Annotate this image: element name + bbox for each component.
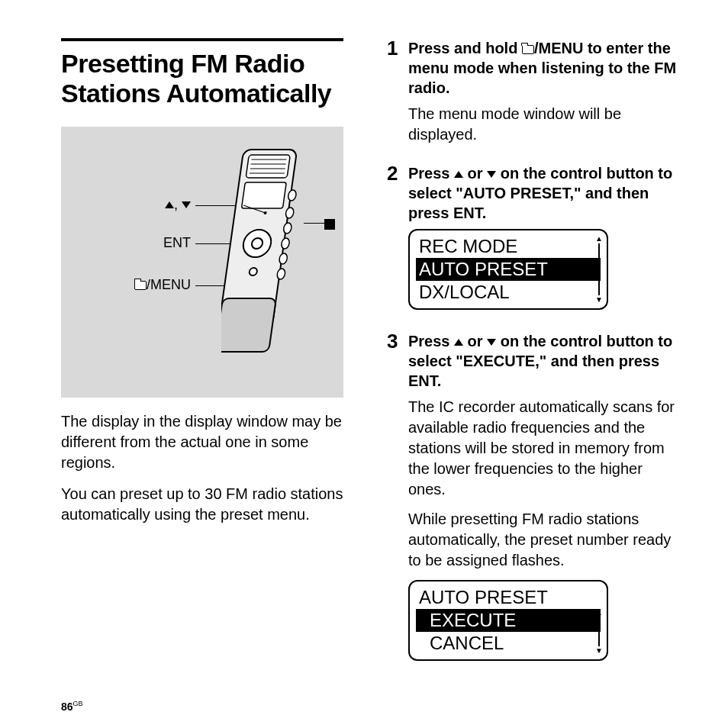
intro-text-1: The display in the display window may be… xyxy=(61,411,356,473)
lcd-row: REC MODE xyxy=(416,235,601,258)
lcd-row-selected: EXECUTE xyxy=(416,609,601,632)
down-triangle-icon xyxy=(487,339,496,346)
device-illustration xyxy=(221,146,321,375)
up-triangle-icon xyxy=(454,171,463,178)
svg-rect-7 xyxy=(241,182,286,208)
down-triangle-icon xyxy=(182,201,191,208)
step-2-head: Press or on the control button to select… xyxy=(408,163,682,223)
lcd-menu-1: REC MODE AUTO PRESET DX/LOCAL ▲ ▼ xyxy=(408,229,608,310)
step-number: 2 xyxy=(387,163,401,322)
label-stop xyxy=(324,215,335,233)
scroll-up-icon: ▲ xyxy=(595,235,603,243)
label-ent: ENT xyxy=(107,235,191,251)
up-triangle-icon xyxy=(165,201,174,208)
stop-icon xyxy=(324,219,335,230)
step-1: 1 Press and hold /MENU to enter the menu… xyxy=(387,38,682,154)
step-1-head: Press and hold /MENU to enter the menu m… xyxy=(408,38,682,98)
device-diagram: , ENT /MENU xyxy=(61,127,343,398)
step-3-text-1: The IC recorder automatically scans for … xyxy=(408,397,682,500)
step-2: 2 Press or on the control button to sele… xyxy=(387,163,682,322)
folder-icon xyxy=(134,281,147,290)
lcd-row: DX/LOCAL xyxy=(416,281,601,304)
step-number: 3 xyxy=(387,331,401,673)
lcd-scrollbar: ▲ ▼ xyxy=(596,235,602,304)
right-column: 1 Press and hold /MENU to enter the menu… xyxy=(387,38,682,682)
page-number: 86GB xyxy=(61,700,83,713)
label-menu: /MENU xyxy=(107,277,191,293)
svg-point-10 xyxy=(249,268,257,275)
section-title: Presetting FM Radio Stations Automatical… xyxy=(61,49,356,108)
up-triangle-icon xyxy=(454,339,463,346)
lcd-title: AUTO PRESET xyxy=(416,586,601,609)
lcd-row-selected: AUTO PRESET xyxy=(416,258,601,281)
svg-rect-2 xyxy=(246,155,290,178)
lcd-row: CANCEL xyxy=(416,632,601,655)
svg-point-9 xyxy=(251,238,263,249)
lcd-scrollbar: ▲ ▼ xyxy=(596,609,602,655)
scroll-down-icon: ▼ xyxy=(595,296,603,304)
step-3: 3 Press or on the control button to sele… xyxy=(387,331,682,673)
down-triangle-icon xyxy=(487,171,496,178)
folder-icon xyxy=(522,45,534,54)
lcd-menu-2: AUTO PRESET EXECUTE CANCEL ▲ ▼ xyxy=(408,580,608,661)
step-3-text-2: While presetting FM radio stations autom… xyxy=(408,509,682,571)
step-1-text: The menu mode window will be displayed. xyxy=(408,104,682,145)
svg-rect-1 xyxy=(221,298,276,352)
section-rule xyxy=(61,38,343,41)
intro-text-2: You can preset up to 30 FM radio station… xyxy=(61,484,356,525)
label-up-down: , xyxy=(107,197,191,213)
scroll-up-icon: ▲ xyxy=(595,609,603,617)
step-3-head: Press or on the control button to select… xyxy=(408,331,682,391)
scroll-down-icon: ▼ xyxy=(595,647,603,655)
step-number: 1 xyxy=(387,38,401,154)
left-column: Presetting FM Radio Stations Automatical… xyxy=(61,38,356,682)
